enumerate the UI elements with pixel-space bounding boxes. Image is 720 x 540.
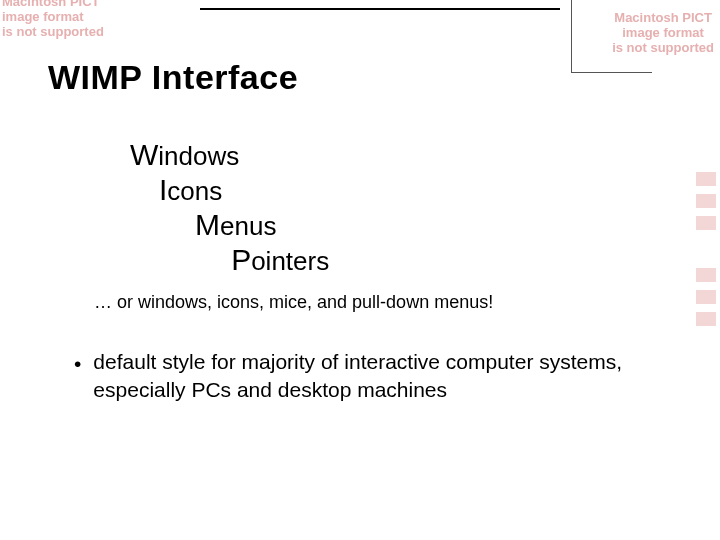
pict-error-rightside xyxy=(696,172,716,334)
top-divider xyxy=(200,8,560,10)
acronym-rest-i: cons xyxy=(167,176,222,206)
acronym-initial-w: W xyxy=(130,138,158,171)
acronym-line-windows: Windows xyxy=(130,138,329,173)
acronym-rest-w: indows xyxy=(158,141,239,171)
subcaption: … or windows, icons, mice, and pull-down… xyxy=(94,292,493,313)
acronym-initial-m: M xyxy=(195,208,220,241)
acronym-rest-m: enus xyxy=(220,211,276,241)
pict-error-topright: Macintosh PICT image format is not suppo… xyxy=(612,10,714,55)
bullet-marker-icon: • xyxy=(74,350,81,404)
acronym-line-icons: Icons xyxy=(130,173,329,208)
pict-error-topleft: Macintosh PICT image format is not suppo… xyxy=(2,0,104,39)
acronym-line-menus: Menus xyxy=(130,208,329,243)
bullet-text: default style for majority of interactiv… xyxy=(93,348,634,404)
bullet-item: • default style for majority of interact… xyxy=(74,348,634,404)
wimp-acronym-list: Windows Icons Menus Pointers xyxy=(130,138,329,278)
acronym-rest-p: ointers xyxy=(251,246,329,276)
slide-title: WIMP Interface xyxy=(48,58,298,97)
acronym-initial-p: P xyxy=(231,243,251,276)
acronym-initial-i: I xyxy=(159,173,167,206)
acronym-line-pointers: Pointers xyxy=(130,243,329,278)
